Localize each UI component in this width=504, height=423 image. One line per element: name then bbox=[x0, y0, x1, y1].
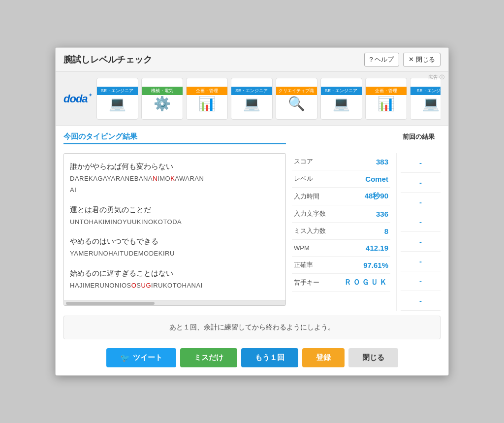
doda-logo: doda⁺ bbox=[63, 92, 91, 105]
text-block-1: 誰かがやらねば何も変わらない DAREKAGAYARANEBANANIMOKAW… bbox=[70, 160, 280, 196]
japanese-1: 誰かがやらねば何も変わらない bbox=[70, 160, 280, 173]
text-block-2: 運とは君の勇気のことだ UNTOHAKIMINOYUUKINOKOTODA bbox=[70, 203, 280, 228]
romaji-1b: AI bbox=[70, 184, 280, 195]
ad-card-icon-6: 💻 bbox=[333, 97, 350, 111]
stat-value-weak: ＲＯＧＵＫ bbox=[344, 278, 388, 287]
ad-card-3[interactable]: 企画・管理 📊 bbox=[186, 78, 228, 120]
ad-card-icon-1: 💻 bbox=[109, 97, 126, 111]
ad-card-7[interactable]: 企画・管理 📊 bbox=[365, 78, 407, 120]
modal-title: 腕試しレベルチェック bbox=[63, 54, 152, 65]
stat-label-score: スコア bbox=[294, 157, 313, 166]
stat-label-level: レベル bbox=[294, 174, 313, 183]
stat-label-miss: ミス入力数 bbox=[294, 227, 326, 235]
error-u: U bbox=[141, 282, 146, 289]
prev-section-title: 前回の結果 bbox=[396, 132, 441, 149]
footer-buttons: 🐦 ツイート ミスだけ もう１回 登録 閉じる bbox=[63, 344, 441, 369]
ad-card-label-6: SE・エンジニア bbox=[321, 87, 362, 95]
stat-row-time: 入力時間 48秒90 bbox=[292, 188, 390, 205]
text-block-3: やめるのはいつでもできる YAMERUNOHAITUDEMODEKIRU bbox=[70, 234, 280, 259]
error-o: O bbox=[131, 282, 137, 289]
stat-row-weak: 苦手キー ＲＯＧＵＫ bbox=[292, 274, 390, 292]
scroll-track[interactable] bbox=[64, 300, 285, 305]
text-block-4: 始めるのに遅すぎることはない HAJIMERUNONIOSOSUGIRUKOTO… bbox=[70, 266, 280, 291]
stat-value-time: 48秒90 bbox=[365, 192, 388, 201]
miss-button[interactable]: ミスだけ bbox=[180, 348, 237, 367]
ad-label: 広告 ⓘ bbox=[428, 74, 444, 81]
current-section-title: 今回のタイピング結果 bbox=[63, 132, 286, 144]
stat-row-chars: 入力文字数 336 bbox=[292, 205, 390, 223]
ad-card-6[interactable]: SE・エンジニア 💻 bbox=[320, 78, 362, 120]
text-panel[interactable]: 誰かがやらねば何も変わらない DAREKAGAYARANEBANANIMOKAW… bbox=[63, 153, 286, 306]
scroll-thumb bbox=[66, 302, 155, 305]
ad-card-label-8: SE・エンジ… bbox=[410, 87, 441, 95]
ad-cards: SE・エンジニア 💻 機械・電気 ⚙️ 企画・管理 📊 SE・エンジニア 💻 ク… bbox=[96, 78, 441, 120]
stat-row-miss: ミス入力数 8 bbox=[292, 223, 390, 240]
register-button[interactable]: 登録 bbox=[302, 348, 345, 367]
modal-container: 腕試しレベルチェック ? ヘルプ ✕ 閉じる 広告 ⓘ doda⁺ SE・エンジ… bbox=[55, 47, 449, 376]
stat-label-weak: 苦手キー bbox=[294, 278, 319, 287]
prev-wpm: - bbox=[401, 252, 441, 271]
romaji-1: DAREKAGAYARANEBANANIMOKAWARAN bbox=[70, 173, 280, 184]
modal-header: 腕試しレベルチェック ? ヘルプ ✕ 閉じる bbox=[56, 48, 448, 72]
ad-card-label-7: 企画・管理 bbox=[366, 87, 407, 95]
again-button[interactable]: もう１回 bbox=[241, 348, 298, 367]
header-buttons: ? ヘルプ ✕ 閉じる bbox=[364, 53, 441, 66]
stat-value-score: 383 bbox=[376, 158, 388, 166]
prev-accuracy: - bbox=[401, 271, 441, 291]
modal-body: 今回のタイピング結果 前回の結果 誰かがやらねば何も変わらない DAREKAGA… bbox=[56, 126, 448, 375]
prev-time: - bbox=[401, 193, 441, 212]
stat-row-score: スコア 383 bbox=[292, 153, 390, 170]
ad-card-label-2: 機械・電気 bbox=[142, 87, 183, 95]
stat-value-level: Comet bbox=[365, 175, 388, 183]
ad-card-icon-8: 💻 bbox=[422, 97, 440, 111]
tweet-button[interactable]: 🐦 ツイート bbox=[106, 348, 176, 367]
prev-miss: - bbox=[401, 232, 441, 252]
error-n: N bbox=[153, 175, 158, 182]
ad-card-icon-3: 📊 bbox=[198, 97, 216, 111]
stat-value-miss: 8 bbox=[384, 227, 388, 235]
ad-card-8[interactable]: SE・エンジ… 💻 bbox=[410, 78, 441, 120]
twitter-icon: 🐦 bbox=[120, 353, 130, 362]
ad-card-1[interactable]: SE・エンジニア 💻 bbox=[96, 78, 138, 120]
stat-label-time: 入力時間 bbox=[294, 192, 319, 201]
prev-panel: - - - - - - - - bbox=[396, 153, 441, 311]
romaji-4: HAJIMERUNONIOSOSUGIRUKOTOHANAI bbox=[70, 280, 280, 291]
ad-card-icon-7: 📊 bbox=[378, 97, 395, 111]
stat-label-chars: 入力文字数 bbox=[294, 209, 326, 218]
prev-chars: - bbox=[401, 212, 441, 232]
error-k: K bbox=[170, 175, 175, 182]
stats-panel: スコア 383 レベル Comet 入力時間 48秒90 入力文字数 336 ミ… bbox=[292, 153, 390, 311]
close-header-button[interactable]: ✕ 閉じる bbox=[403, 53, 441, 66]
ad-card-label-5: クリエイティブ職 bbox=[276, 87, 317, 95]
stat-value-accuracy: 97.61% bbox=[363, 261, 388, 269]
romaji-2: UNTOHAKIMINOYUUKINOKOTODA bbox=[70, 216, 280, 228]
prev-weak: - bbox=[401, 291, 441, 311]
ad-inner: doda⁺ SE・エンジニア 💻 機械・電気 ⚙️ 企画・管理 📊 SE・エンジ… bbox=[56, 72, 448, 126]
stat-row-wpm: WPM 412.19 bbox=[292, 240, 390, 257]
prev-level: - bbox=[401, 173, 441, 193]
ad-card-label-3: 企画・管理 bbox=[187, 87, 227, 95]
stats-section-header bbox=[292, 132, 390, 149]
ad-card-label-4: SE・エンジニア bbox=[231, 87, 272, 95]
ad-card-icon-4: 💻 bbox=[243, 97, 260, 111]
stat-value-wpm: 412.19 bbox=[366, 244, 388, 252]
results-container: 誰かがやらねば何も変わらない DAREKAGAYARANEBANANIMOKAW… bbox=[63, 153, 441, 311]
japanese-4: 始めるのに遅すぎることはない bbox=[70, 266, 280, 280]
ad-card-4[interactable]: SE・エンジニア 💻 bbox=[231, 78, 273, 120]
stat-label-wpm: WPM bbox=[294, 244, 310, 252]
tweet-label: ツイート bbox=[133, 353, 162, 362]
prev-title-text: 前回の結果 bbox=[403, 133, 435, 140]
ad-card-icon-2: ⚙️ bbox=[154, 97, 171, 111]
romaji-3: YAMERUNOHAITUDEMODEKIRU bbox=[70, 248, 280, 259]
stat-row-level: レベル Comet bbox=[292, 170, 390, 188]
help-button[interactable]: ? ヘルプ bbox=[364, 53, 400, 66]
japanese-2: 運とは君の勇気のことだ bbox=[70, 203, 280, 216]
stat-row-accuracy: 正確率 97.61% bbox=[292, 257, 390, 274]
ad-card-2[interactable]: 機械・電気 ⚙️ bbox=[141, 78, 183, 120]
section-titles-row: 今回のタイピング結果 前回の結果 bbox=[63, 132, 441, 149]
ad-card-label-1: SE・エンジニア bbox=[97, 87, 138, 95]
stat-value-chars: 336 bbox=[376, 210, 388, 218]
japanese-3: やめるのはいつでもできる bbox=[70, 234, 280, 248]
ad-card-5[interactable]: クリエイティブ職 🔍 bbox=[276, 78, 317, 120]
close-footer-button[interactable]: 閉じる bbox=[348, 348, 398, 367]
